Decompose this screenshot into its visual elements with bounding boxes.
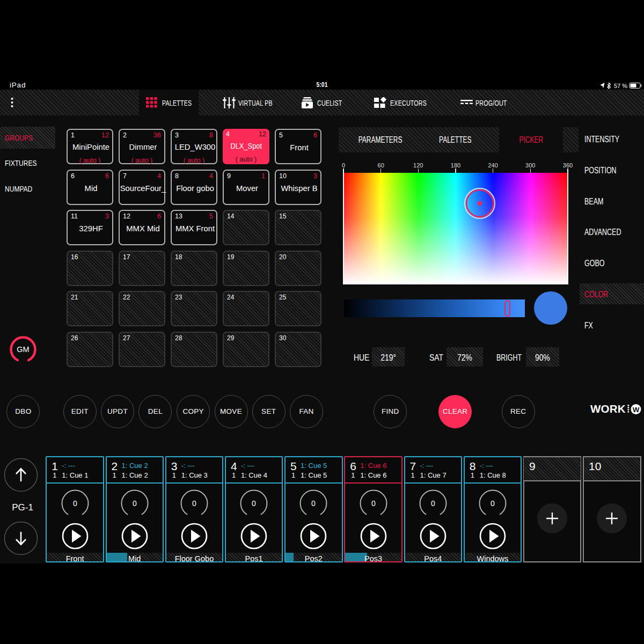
svg-text:W: W [633, 406, 640, 414]
svg-text:0: 0 [252, 499, 256, 508]
svg-text:0: 0 [371, 499, 376, 508]
svg-text:0: 0 [491, 499, 495, 508]
svg-text:0: 0 [311, 499, 316, 508]
svg-text:57 %: 57 % [614, 83, 627, 89]
svg-text:WORK: WORK [590, 402, 626, 415]
svg-text:0: 0 [73, 499, 77, 508]
svg-text:0: 0 [431, 499, 435, 508]
svg-text:0: 0 [133, 499, 137, 508]
svg-text:0: 0 [192, 499, 196, 508]
svg-text:GM: GM [17, 345, 29, 354]
